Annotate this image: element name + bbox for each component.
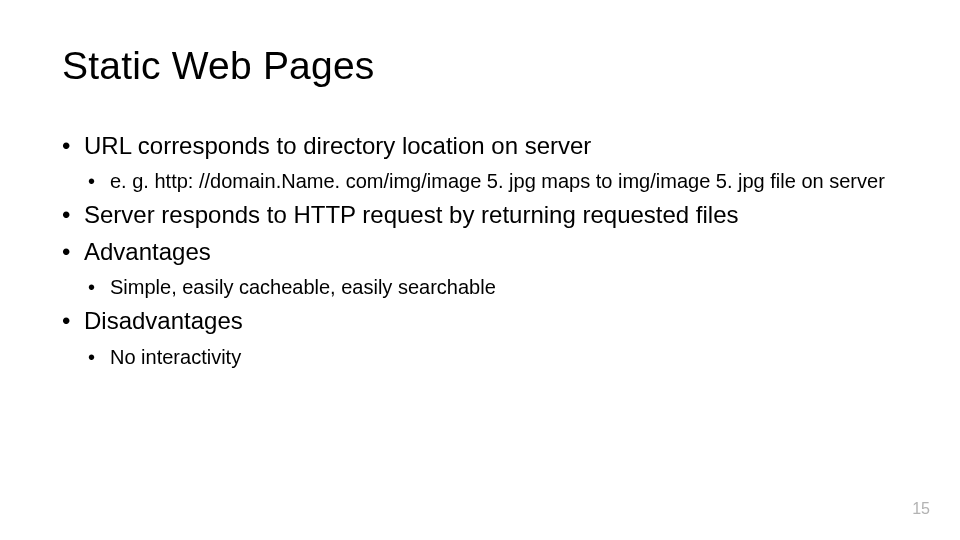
page-number: 15 <box>912 500 930 518</box>
slide-container: Static Web Pages URL corresponds to dire… <box>0 0 960 540</box>
bullet-level2: Simple, easily cacheable, easily searcha… <box>88 274 898 301</box>
bullet-list: URL corresponds to directory location on… <box>62 130 898 371</box>
bullet-level2: e. g. http: //domain.Name. com/img/image… <box>88 168 898 195</box>
bullet-level1: Advantages <box>62 236 898 268</box>
bullet-level1: URL corresponds to directory location on… <box>62 130 898 162</box>
slide-title: Static Web Pages <box>62 44 898 88</box>
bullet-level1: Disadvantages <box>62 305 898 337</box>
bullet-level2: No interactivity <box>88 344 898 371</box>
bullet-level1: Server responds to HTTP request by retur… <box>62 199 898 231</box>
